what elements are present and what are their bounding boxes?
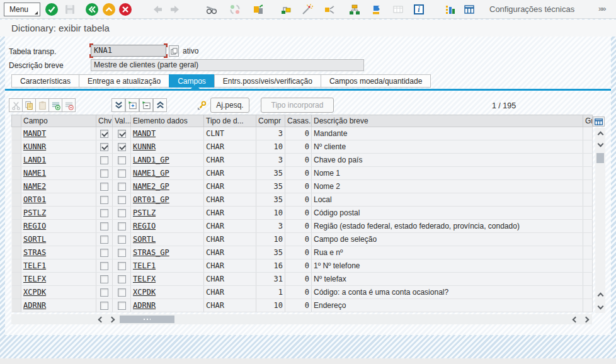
key-checkbox[interactable]: [100, 222, 108, 230]
vertical-scrollbar[interactable]: [595, 128, 605, 313]
back-icon[interactable]: [85, 3, 99, 16]
initial-value-checkbox[interactable]: [118, 275, 126, 283]
table-settings-icon[interactable]: [593, 117, 605, 127]
field-name-link[interactable]: SORTL: [23, 235, 46, 244]
field-name-link[interactable]: KUNNR: [23, 142, 46, 151]
row-selector[interactable]: [12, 220, 21, 233]
field-name-link[interactable]: XCPDK: [23, 288, 46, 297]
delete-page-icon[interactable]: [139, 98, 153, 112]
data-element-link[interactable]: REGIO: [133, 222, 156, 230]
data-element-link[interactable]: NAME1_GP: [133, 169, 169, 178]
field-name-link[interactable]: ORT01: [23, 195, 46, 204]
initial-value-checkbox[interactable]: [118, 143, 126, 151]
table-row[interactable]: TELFX TELFX CHAR 31 0 Nº telefax: [12, 273, 593, 286]
scroll-right-icon[interactable]: [106, 314, 118, 324]
field-name-link[interactable]: REGIO: [23, 222, 46, 230]
table-row[interactable]: NAME1 NAME1_GP CHAR 35 0 Nome 1: [12, 167, 593, 180]
row-selector[interactable]: [12, 140, 21, 154]
key-checkbox[interactable]: [100, 288, 108, 297]
key-checkbox[interactable]: [100, 183, 108, 191]
col-initial-value[interactable]: Val...: [113, 115, 131, 127]
key-icon[interactable]: [197, 100, 208, 111]
scroll-right-right-pane-icon[interactable]: [581, 314, 592, 324]
initial-value-checkbox[interactable]: [118, 156, 126, 164]
field-name-link[interactable]: MANDT: [23, 129, 46, 138]
short-description-field[interactable]: Mestre de clientes (parte geral): [91, 59, 364, 71]
table-row[interactable]: ADRNR ADRNR CHAR 10 0 Endereço: [12, 299, 593, 312]
technical-settings-label[interactable]: Configurações técnicas: [489, 4, 574, 14]
scroll-left-right-pane-icon[interactable]: [569, 314, 580, 324]
table-row[interactable]: ORT01 ORT01_GP CHAR 35 0 Local: [12, 193, 593, 207]
col-group[interactable]: Gru: [583, 115, 593, 127]
initial-value-checkbox[interactable]: [118, 130, 126, 138]
table-row[interactable]: PSTLZ PSTLZ CHAR 10 0 Código postal: [12, 207, 593, 220]
scroll-up-bottom-icon[interactable]: [595, 289, 605, 300]
data-browser-icon[interactable]: [462, 3, 476, 16]
table-row[interactable]: MANDT MANDT CLNT 3 0 Mandante: [12, 127, 593, 140]
data-element-link[interactable]: PSTLZ: [133, 208, 156, 217]
field-name-link[interactable]: NAME1: [23, 169, 46, 178]
data-element-link[interactable]: ORT01_GP: [133, 195, 169, 204]
scroll-down-icon[interactable]: [595, 139, 605, 151]
delete-row-icon[interactable]: [62, 98, 76, 112]
row-selector[interactable]: [12, 154, 21, 167]
initial-value-checkbox[interactable]: [118, 209, 126, 217]
row-selector[interactable]: [12, 207, 21, 220]
table-name-input[interactable]: KNA1: [91, 45, 166, 57]
key-checkbox[interactable]: [100, 130, 108, 138]
initial-value-checkbox[interactable]: [118, 249, 126, 257]
key-checkbox[interactable]: [100, 302, 108, 310]
field-name-link[interactable]: LAND1: [23, 156, 46, 164]
row-selector[interactable]: [12, 127, 21, 140]
field-name-link[interactable]: NAME2: [23, 182, 46, 191]
vertical-scroll-thumb[interactable]: [596, 153, 604, 163]
tab-campos-moeda[interactable]: Campos moeda/quantidade: [321, 74, 431, 88]
search-help-button[interactable]: [169, 45, 179, 57]
table-row[interactable]: SORTL SORTL CHAR 10 0 Campo de seleção: [12, 233, 593, 246]
cancel-icon[interactable]: [118, 3, 132, 16]
row-selector[interactable]: [12, 193, 21, 207]
initial-value-checkbox[interactable]: [118, 196, 126, 204]
col-description[interactable]: Descrição breve: [312, 115, 583, 127]
field-name-link[interactable]: STRAS: [23, 248, 46, 257]
table-row[interactable]: NAME2 NAME2_GP CHAR 35 0 Nome 2: [12, 180, 593, 193]
key-checkbox[interactable]: [100, 236, 108, 244]
col-data-element[interactable]: Elemento dados: [131, 115, 204, 127]
hierarchy-icon[interactable]: [348, 3, 362, 16]
where-used-list-icon[interactable]: [279, 3, 293, 16]
page-up-icon[interactable]: [153, 98, 167, 112]
row-selector[interactable]: [12, 180, 21, 193]
indexes-icon[interactable]: [370, 3, 384, 16]
data-element-link[interactable]: ADRNR: [133, 301, 156, 310]
key-checkbox[interactable]: [100, 196, 108, 204]
data-element-link[interactable]: LAND1_GP: [133, 156, 169, 164]
col-length[interactable]: Compr: [256, 115, 285, 127]
page-down-icon[interactable]: [111, 98, 125, 112]
key-checkbox[interactable]: [100, 249, 108, 257]
data-element-link[interactable]: MANDT: [133, 129, 156, 138]
field-name-link[interactable]: PSTLZ: [23, 208, 46, 217]
toolbar-overflow-icon[interactable]: »»: [598, 4, 605, 13]
row-selector[interactable]: [12, 167, 21, 180]
key-checkbox[interactable]: [100, 275, 108, 283]
col-field[interactable]: Campo: [21, 115, 96, 127]
row-selector[interactable]: [12, 259, 21, 273]
data-element-link[interactable]: STRAS_GP: [133, 248, 169, 257]
initial-value-checkbox[interactable]: [118, 288, 126, 297]
key-checkbox[interactable]: [100, 143, 108, 151]
data-element-link[interactable]: TELFX: [133, 275, 156, 283]
field-name-link[interactable]: TELFX: [23, 275, 46, 283]
copy-icon[interactable]: [22, 98, 36, 112]
search-help-pushbutton[interactable]: Aj.pesq.: [210, 98, 249, 113]
row-selector[interactable]: [12, 299, 21, 312]
row-selector[interactable]: [12, 286, 21, 299]
scroll-left-icon[interactable]: [94, 314, 106, 324]
initial-value-checkbox[interactable]: [118, 169, 126, 178]
col-key[interactable]: Chv: [96, 115, 113, 127]
field-name-link[interactable]: ADRNR: [23, 301, 46, 310]
insert-page-icon[interactable]: [125, 98, 139, 112]
tab-entrega-atualizacao[interactable]: Entrega e atualização: [79, 74, 169, 88]
insert-row-icon[interactable]: [48, 98, 62, 112]
display-change-icon[interactable]: [205, 3, 219, 16]
exit-icon[interactable]: [102, 3, 116, 16]
